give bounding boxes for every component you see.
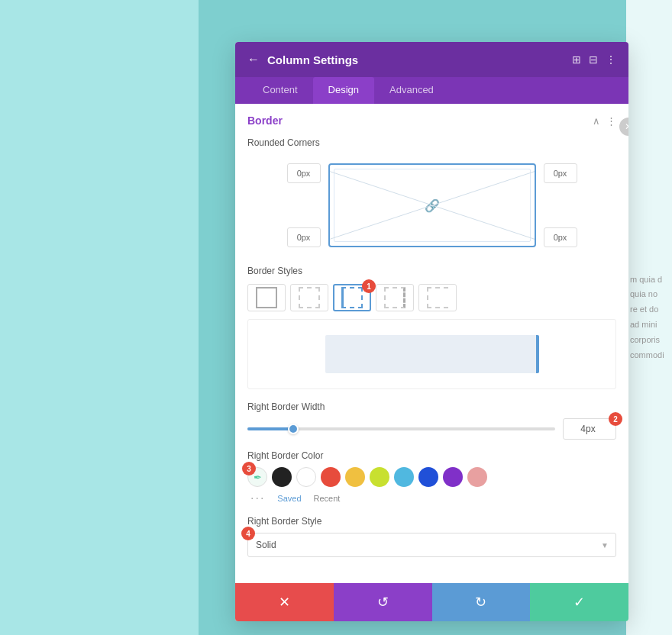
corner-preview-box: 🔗 [328,163,536,247]
panel-body: Border ∧ ⋮ Rounded Corners [235,104,628,583]
panel-title: Column Settings [267,53,564,66]
slider-thumb[interactable] [288,424,299,434]
back-button[interactable]: ← [247,53,260,66]
background-right-text: m quia d quia no re et do ad mini corpor… [626,0,672,635]
background-left [0,0,199,635]
color-swatches: ✒ 3 [247,467,616,487]
border-style-dashed1[interactable] [290,284,328,311]
section-title: Border [247,114,283,127]
split-icon[interactable]: ⊟ [589,53,598,66]
corner-bl-input[interactable] [287,227,321,247]
corner-br-input[interactable] [544,227,577,247]
corner-tl-input[interactable] [287,163,321,183]
panel-header: ← Column Settings ⊞ ⊟ ⋮ [235,42,628,77]
save-button[interactable]: ✓ [530,583,628,621]
rounded-corners-control: Rounded Corners 🔗 [247,137,616,255]
saved-colors-button[interactable]: Saved [277,494,301,503]
recent-colors-button[interactable]: Recent [314,494,341,503]
tab-design[interactable]: Design [313,77,374,104]
border-styles-label: Border Styles [247,266,616,276]
swatch-3[interactable] [345,467,365,487]
section-header: Border ∧ ⋮ [247,114,616,127]
more-icon[interactable]: ⋮ [606,53,616,66]
border-style-select-badge: 4 [241,527,255,540]
right-border-width-control: Right Border Width 2 [247,401,616,440]
section-controls: ∧ ⋮ [593,115,616,127]
swatch-7[interactable] [443,467,463,487]
fullscreen-icon[interactable]: ⊞ [572,53,581,66]
swatch-4[interactable] [370,467,389,487]
swatch-8[interactable] [467,467,487,487]
border-preview-inner [325,335,539,373]
border-style-dashed2[interactable]: 1 [333,284,371,311]
border-style-select[interactable]: Solid Dashed Dotted Double Groove Ridge … [247,533,616,557]
border-style-badge: 1 [362,279,376,293]
section-more-icon[interactable]: ⋮ [606,115,616,127]
eyedropper-icon: ✒ [254,472,262,483]
slider-track[interactable] [247,427,555,430]
corner-diag-svg [330,165,535,246]
border-width-input[interactable] [563,418,616,440]
redo-button[interactable]: ↻ [432,583,531,621]
right-border-style-control: Right Border Style 4 Solid Dashed Dotted… [247,516,616,557]
right-border-color-control: Right Border Color ✒ 3 [247,450,616,505]
column-settings-panel: ← Column Settings ⊞ ⊟ ⋮ ✕ Content Design… [235,42,628,621]
border-style-options: 1 [247,284,616,311]
right-border-color-label: Right Border Color [247,450,616,461]
eyedropper-badge: 3 [242,462,256,475]
corners-grid: 🔗 [247,156,616,255]
slider-input-wrap: 2 [563,418,616,440]
swatch-1[interactable] [296,467,316,487]
border-styles-control: Border Styles 1 [247,266,616,389]
tab-content[interactable]: Content [247,77,313,104]
header-icons: ⊞ ⊟ ⋮ [572,53,616,66]
eyedropper-button[interactable]: ✒ 3 [247,467,267,487]
rounded-corners-label: Rounded Corners [247,137,616,148]
corners-outer: 🔗 [287,163,577,247]
tab-advanced[interactable]: Advanced [374,77,449,104]
cancel-button[interactable]: ✕ [235,583,334,621]
slider-row: 2 [247,418,616,440]
swatch-5[interactable] [394,467,414,487]
border-style-solid[interactable] [247,284,286,311]
swatch-6[interactable] [418,467,438,487]
right-border-width-label: Right Border Width [247,401,616,412]
more-colors-button[interactable]: ··· [250,492,265,505]
border-width-badge: 2 [609,412,622,426]
border-section: Border ∧ ⋮ Rounded Corners [235,104,628,583]
right-border-style-label: Right Border Style [247,516,616,527]
border-style-dotted1[interactable] [376,284,414,311]
panel-tabs: Content Design Advanced [235,77,628,104]
border-preview [247,319,616,389]
swatch-0[interactable] [272,467,292,487]
collapse-icon[interactable]: ∧ [593,115,600,127]
corner-tr-input[interactable] [544,163,577,183]
undo-button[interactable]: ↺ [334,583,432,621]
border-style-dotted2[interactable] [418,284,457,311]
panel-footer: ✕ ↺ ↻ ✓ [235,583,628,621]
slider-fill [247,427,293,430]
swatch-2[interactable] [321,467,341,487]
